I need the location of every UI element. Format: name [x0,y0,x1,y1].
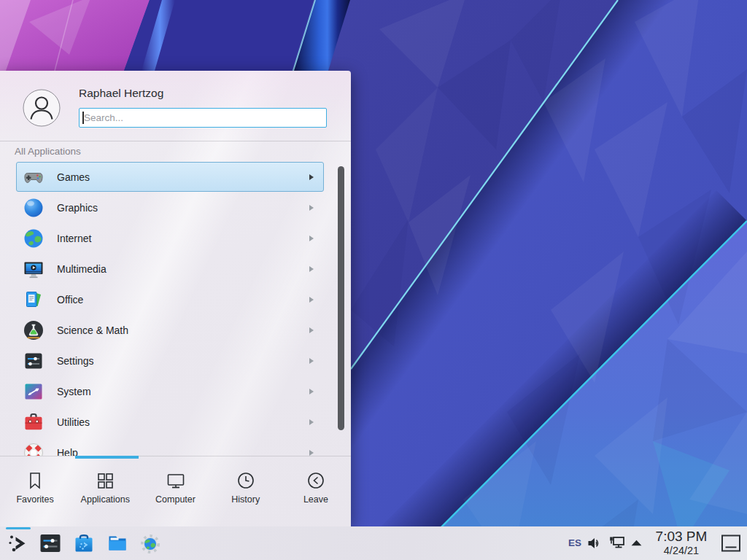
category-multimedia[interactable]: Multimedia [0,254,351,284]
clock[interactable]: 7:03 PM 4/24/21 [646,529,716,557]
monitor-icon [166,470,186,491]
flask-icon [22,319,45,342]
submenu-arrow-icon [309,266,314,272]
submenu-arrow-icon [309,297,314,303]
media-screen-icon [22,257,45,281]
system-sliders-icon [22,380,45,403]
clock-date: 4/24/21 [646,545,716,557]
category-label: Games [57,162,90,192]
tab-favorites[interactable]: Favorites [0,456,70,526]
sliders-icon [22,349,45,373]
tab-label: Applications [70,494,140,505]
clock-icon [236,470,256,491]
text-cursor [82,112,84,124]
tab-leave[interactable]: Leave [281,456,351,526]
application-launcher-popup: Raphael Hertzog All Applications Games [0,71,351,526]
submenu-arrow-icon [309,236,314,241]
kde-launcher-icon[interactable] [7,532,30,555]
tab-label: Computer [140,494,210,505]
category-internet[interactable]: Internet [0,223,351,254]
category-label: Utilities [57,407,90,438]
clock-time: 7:03 PM [646,529,716,545]
category-games[interactable]: Games [0,162,351,192]
category-label: Settings [57,346,94,376]
category-settings[interactable]: Settings [0,346,351,376]
lifebuoy-icon [22,441,45,456]
documents-icon [22,288,45,311]
category-label: Internet [57,223,91,254]
paint-sphere-icon [22,196,45,219]
bookmark-icon [25,470,45,491]
list-scrollbar[interactable] [338,166,344,430]
settings-sliders-icon[interactable] [39,532,62,555]
taskbar: ES 7:03 PM 4/24/21 [0,526,747,560]
submenu-arrow-icon [309,174,314,180]
section-label: All Applications [15,146,81,157]
category-label: Science & Math [57,315,128,346]
leave-circle-icon [306,470,326,491]
search-input[interactable] [79,108,327,128]
submenu-arrow-icon [309,358,314,364]
submenu-arrow-icon [309,205,314,211]
active-tab-indicator [75,456,139,459]
launcher-tabbar: Favorites Applications Computer [0,456,351,526]
header-divider [0,141,351,141]
tab-label: Favorites [0,494,70,505]
category-system[interactable]: System [0,376,351,407]
category-graphics[interactable]: Graphics [0,192,351,223]
gamepad-icon [22,166,45,189]
apps-grid-icon [95,470,115,491]
category-label: Office [57,284,83,315]
toolbox-icon [22,411,45,434]
launcher-active-indicator [6,527,31,529]
tab-computer[interactable]: Computer [140,456,210,526]
category-list: Games Graphics [0,162,351,456]
tab-label: Leave [281,494,351,505]
category-label: System [57,376,91,407]
submenu-arrow-icon [309,450,314,456]
submenu-arrow-icon [309,389,314,394]
tab-label: History [211,494,281,505]
globe-gear-icon[interactable] [139,532,162,555]
show-desktop-button[interactable] [721,534,741,553]
category-help[interactable]: Help [0,438,351,456]
category-label: Help [57,438,78,456]
folder-icon[interactable] [106,532,129,555]
desktop: Raphael Hertzog All Applications Games [0,0,747,560]
expand-tray-icon[interactable] [630,539,643,547]
category-label: Multimedia [57,254,107,284]
globe-icon [22,227,45,250]
user-name: Raphael Hertzog [79,87,163,100]
category-label: Graphics [57,192,98,223]
tab-applications[interactable]: Applications [70,456,140,526]
tab-history[interactable]: History [211,456,281,526]
volume-icon[interactable] [587,536,604,551]
category-utilities[interactable]: Utilities [0,407,351,438]
submenu-arrow-icon [309,327,314,333]
category-science-math[interactable]: Science & Math [0,315,351,346]
keyboard-layout-indicator[interactable]: ES [565,526,585,560]
submenu-arrow-icon [309,419,314,425]
category-office[interactable]: Office [0,284,351,315]
user-avatar [23,89,61,127]
network-icon[interactable] [608,535,627,551]
software-bag-icon[interactable] [72,532,96,555]
